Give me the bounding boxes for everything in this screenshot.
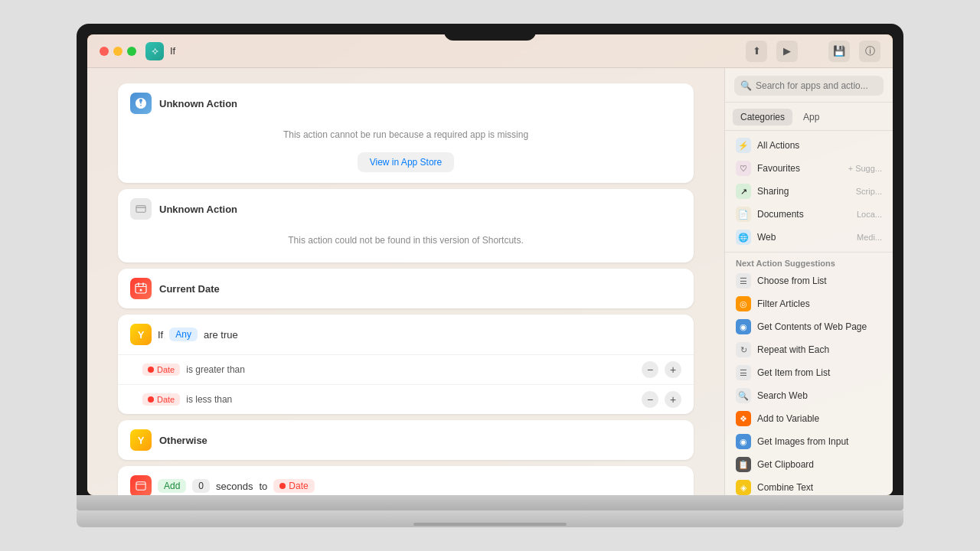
favourites-icon: ♡ (736, 161, 751, 176)
get-item-label: Get Item from List (757, 367, 830, 378)
get-contents-label: Get Contents of Web Page (757, 321, 867, 332)
cat-web[interactable]: 🌐 Web Medi... (725, 226, 893, 249)
suggestion-choose-from-list[interactable]: ☰ Choose from List (725, 269, 893, 292)
combine-text-label: Combine Text (757, 482, 813, 493)
condition-2-actions: − + (642, 391, 681, 408)
get-contents-icon: ◉ (736, 319, 751, 334)
condition-2-minus[interactable]: − (642, 391, 658, 408)
minimize-button[interactable] (113, 47, 122, 56)
share-button[interactable]: ⬆ (746, 41, 767, 62)
cat-favourites[interactable]: ♡ Favourites + Sugg... (725, 157, 893, 180)
suggestion-get-clipboard[interactable]: 📋 Get Clipboard (725, 453, 893, 476)
add-variable-label: Add to Variable (757, 413, 819, 424)
view-app-store-button[interactable]: View in App Store (358, 152, 455, 172)
info-button[interactable]: ⓘ (859, 41, 880, 62)
unknown-action-2-description: This action could not be found in this v… (130, 229, 681, 252)
cat-all-actions[interactable]: ⚡ All Actions (725, 134, 893, 157)
laptop-shell: ⟡ If ⬆ ▶ 💾 ⓘ (77, 24, 903, 527)
add-variable-icon: ❖ (736, 411, 751, 426)
get-clipboard-label: Get Clipboard (757, 459, 814, 470)
condition-2-plus[interactable]: + (665, 391, 681, 408)
add-date-card: Add 0 seconds to Date (118, 466, 694, 495)
unknown-action-1-header: Unknown Action (118, 83, 694, 123)
svg-rect-2 (136, 284, 146, 293)
get-item-icon: ☰ (736, 365, 751, 380)
traffic-lights (100, 47, 136, 56)
unknown-action-2: Unknown Action This action could not be … (118, 189, 694, 262)
seconds-label: seconds (216, 481, 253, 492)
fullscreen-button[interactable] (127, 47, 136, 56)
search-input[interactable] (734, 76, 884, 96)
search-web-icon: 🔍 (736, 388, 751, 403)
cat-documents[interactable]: 📄 Documents Loca... (725, 203, 893, 226)
choose-list-icon: ☰ (736, 273, 751, 289)
web-label: Web (757, 232, 776, 243)
condition-1-plus[interactable]: + (665, 361, 681, 378)
condition-1-date-tag: Date (142, 364, 180, 376)
unknown-action-2-header: Unknown Action (118, 189, 694, 229)
get-images-label: Get Images from Input (757, 436, 848, 447)
if-any-tag[interactable]: Any (169, 328, 198, 341)
current-date-header: Current Date (118, 269, 694, 308)
if-icon: Y (130, 324, 152, 345)
condition-2-date-tag: Date (142, 393, 180, 406)
cat-sharing[interactable]: ↗ Sharing Scrip... (725, 180, 893, 203)
zero-value[interactable]: 0 (192, 479, 210, 493)
suggestion-filter-articles[interactable]: ◎ Filter Articles (725, 292, 893, 315)
combine-text-icon: ◈ (736, 480, 751, 495)
laptop-base (77, 510, 903, 527)
tab-app[interactable]: App (795, 109, 827, 126)
unknown-action-2-body: This action could not be found in this v… (118, 229, 694, 262)
suggestions-section: Next Action Suggestions ☰ Choose from Li… (725, 253, 893, 495)
add-date-icon (130, 475, 152, 495)
sharing-label: Sharing (757, 186, 789, 197)
main-layout: Unknown Action This action cannot be run… (87, 68, 893, 495)
unknown-action-2-icon (130, 198, 152, 220)
unknown-action-2-title: Unknown Action (159, 204, 237, 215)
loca-label: Loca... (857, 210, 882, 219)
unknown-action-1-title: Unknown Action (159, 98, 237, 109)
documents-label: Documents (757, 209, 804, 220)
unknown-action-1-icon (130, 93, 152, 114)
repeat-label: Repeat with Each (757, 344, 829, 355)
workflow-area[interactable]: Unknown Action This action cannot be run… (87, 68, 724, 495)
svg-rect-7 (136, 482, 145, 491)
if-are-true: are true (204, 329, 238, 341)
suggestion-get-contents-web[interactable]: ◉ Get Contents of Web Page (725, 315, 893, 338)
next-action-header: Next Action Suggestions (725, 256, 893, 269)
suggestion-combine-text[interactable]: ◈ Combine Text (725, 476, 893, 495)
action-categories: ⚡ All Actions ♡ Favourites + Sugg... ↗ S… (725, 131, 893, 253)
condition-2-op: is less than (186, 394, 232, 405)
current-date-card: Current Date (118, 269, 694, 308)
current-date-icon (130, 278, 152, 299)
favourites-label: Favourites (757, 163, 800, 174)
condition-row-2: Date is less than − + (118, 384, 694, 414)
medi-label: Medi... (857, 233, 882, 242)
search-wrapper: 🔍 (734, 76, 884, 96)
speaker-bar (413, 523, 567, 526)
suggestion-get-item-from-list[interactable]: ☰ Get Item from List (725, 361, 893, 384)
choose-list-label: Choose from List (757, 276, 827, 286)
suggestion-repeat-with-each[interactable]: ↻ Repeat with Each (725, 338, 893, 361)
get-clipboard-icon: 📋 (736, 457, 751, 472)
close-button[interactable] (100, 47, 109, 56)
all-actions-icon: ⚡ (736, 138, 751, 153)
web-icon: 🌐 (736, 230, 751, 245)
condition-row-1: Date is greater than − + (118, 354, 694, 384)
condition-1-minus[interactable]: − (642, 361, 658, 378)
svg-rect-0 (136, 206, 145, 213)
window-title: If (170, 45, 175, 57)
suggestion-search-web[interactable]: 🔍 Search Web (725, 384, 893, 407)
play-button[interactable]: ▶ (776, 41, 798, 62)
save-button[interactable]: 💾 (828, 41, 850, 62)
condition-1-dot (148, 367, 154, 373)
if-card: Y If Any are true Date is greater than (118, 315, 694, 414)
suggestion-add-to-variable[interactable]: ❖ Add to Variable (725, 407, 893, 430)
search-web-label: Search Web (757, 390, 808, 401)
tab-categories[interactable]: Categories (733, 109, 792, 126)
unknown-action-1-body: This action cannot be run because a requ… (118, 123, 694, 183)
unknown-action-1: Unknown Action This action cannot be run… (118, 83, 694, 183)
title-bar-actions: ⬆ ▶ 💾 ⓘ (746, 41, 880, 62)
suggestion-get-images[interactable]: ◉ Get Images from Input (725, 430, 893, 453)
laptop-bottom-bar (77, 495, 903, 510)
